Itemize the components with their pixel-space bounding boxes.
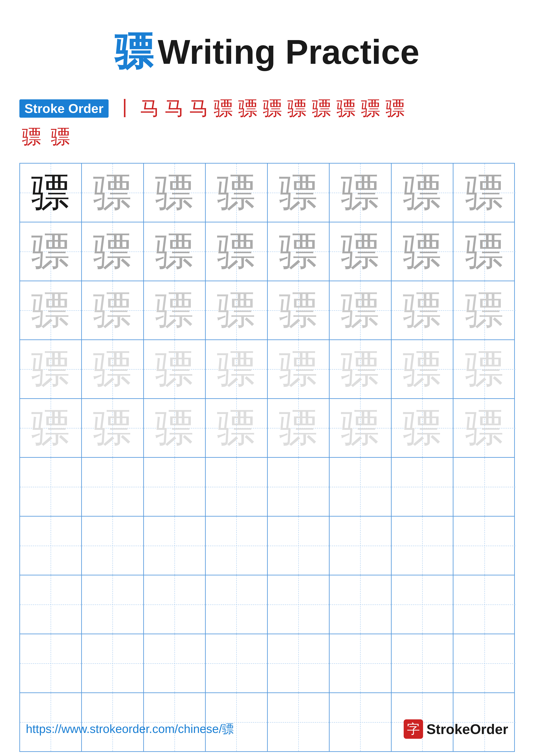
- grid-cell-7-5[interactable]: [268, 517, 330, 575]
- grid-cell-4-8[interactable]: 骠: [453, 340, 516, 398]
- grid-cell-8-8[interactable]: [453, 576, 516, 634]
- grid-cell-2-5[interactable]: 骠: [268, 222, 330, 281]
- char-vlight: 骠: [31, 350, 70, 389]
- grid-cell-9-8[interactable]: [453, 634, 516, 692]
- grid-cell-9-4[interactable]: [206, 634, 268, 692]
- grid-cell-7-8[interactable]: [453, 517, 516, 575]
- grid-cell-1-8[interactable]: 骠: [453, 164, 516, 222]
- grid-cell-7-6[interactable]: [330, 517, 392, 575]
- grid-cell-8-5[interactable]: [268, 576, 330, 634]
- grid-cell-1-1[interactable]: 骠: [20, 164, 82, 222]
- grid-cell-3-8[interactable]: 骠: [453, 281, 516, 339]
- grid-cell-4-7[interactable]: 骠: [392, 340, 454, 398]
- grid-cell-1-4[interactable]: 骠: [206, 164, 268, 222]
- grid-cell-8-1[interactable]: [20, 576, 82, 634]
- char-vlight: 骠: [279, 350, 318, 389]
- grid-cell-4-2[interactable]: 骠: [82, 340, 144, 398]
- grid-cell-8-2[interactable]: [82, 576, 144, 634]
- grid-cell-1-3[interactable]: 骠: [144, 164, 206, 222]
- grid-cell-4-5[interactable]: 骠: [268, 340, 330, 398]
- grid-cell-2-8[interactable]: 骠: [453, 222, 516, 281]
- stroke-14: 骠: [51, 124, 70, 150]
- grid-cell-9-2[interactable]: [82, 634, 144, 692]
- stroke-9: 骠: [312, 95, 331, 122]
- grid-cell-1-6[interactable]: 骠: [330, 164, 392, 222]
- grid-cell-5-2[interactable]: 骠: [82, 399, 144, 457]
- char-vlight: 骠: [341, 409, 380, 447]
- footer: https://www.strokeorder.com/chinese/骠 字 …: [0, 719, 534, 739]
- strokeorder-logo-icon: 字: [404, 719, 423, 739]
- char-vlight: 骠: [31, 409, 70, 447]
- grid-cell-6-4[interactable]: [206, 458, 268, 516]
- grid-cell-6-3[interactable]: [144, 458, 206, 516]
- char-med: 骠: [279, 173, 318, 212]
- page: 骠 Writing Practice Stroke Order 丨 马 马 马 …: [0, 0, 534, 756]
- grid-cell-2-2[interactable]: 骠: [82, 222, 144, 281]
- grid-cell-7-4[interactable]: [206, 517, 268, 575]
- char-med: 骠: [217, 173, 256, 212]
- stroke-10: 骠: [337, 95, 356, 122]
- char-light: 骠: [403, 291, 442, 330]
- grid-cell-3-5[interactable]: 骠: [268, 281, 330, 339]
- grid-cell-6-1[interactable]: [20, 458, 82, 516]
- stroke-13: 骠: [22, 124, 41, 150]
- grid-cell-1-2[interactable]: 骠: [82, 164, 144, 222]
- practice-grid: 骠 骠 骠 骠 骠 骠 骠 骠: [19, 163, 515, 752]
- grid-cell-8-7[interactable]: [392, 576, 454, 634]
- grid-cell-3-2[interactable]: 骠: [82, 281, 144, 339]
- grid-cell-4-6[interactable]: 骠: [330, 340, 392, 398]
- grid-cell-5-5[interactable]: 骠: [268, 399, 330, 457]
- grid-cell-1-5[interactable]: 骠: [268, 164, 330, 222]
- grid-cell-5-1[interactable]: 骠: [20, 399, 82, 457]
- grid-cell-4-3[interactable]: 骠: [144, 340, 206, 398]
- footer-logo: 字 StrokeOrder: [404, 719, 508, 739]
- grid-cell-2-1[interactable]: 骠: [20, 222, 82, 281]
- grid-cell-6-8[interactable]: [453, 458, 516, 516]
- grid-cell-7-7[interactable]: [392, 517, 454, 575]
- grid-cell-9-3[interactable]: [144, 634, 206, 692]
- footer-url[interactable]: https://www.strokeorder.com/chinese/骠: [26, 721, 234, 737]
- grid-cell-6-7[interactable]: [392, 458, 454, 516]
- grid-cell-3-3[interactable]: 骠: [144, 281, 206, 339]
- grid-cell-4-4[interactable]: 骠: [206, 340, 268, 398]
- grid-cell-7-3[interactable]: [144, 517, 206, 575]
- grid-cell-5-6[interactable]: 骠: [330, 399, 392, 457]
- stroke-6: 骠: [238, 95, 258, 122]
- char-light: 骠: [279, 291, 318, 330]
- grid-cell-2-4[interactable]: 骠: [206, 222, 268, 281]
- grid-cell-5-8[interactable]: 骠: [453, 399, 516, 457]
- grid-cell-7-1[interactable]: [20, 517, 82, 575]
- grid-cell-5-4[interactable]: 骠: [206, 399, 268, 457]
- title-section: 骠 Writing Practice: [114, 26, 420, 78]
- grid-cell-9-5[interactable]: [268, 634, 330, 692]
- stroke-7: 骠: [263, 95, 282, 122]
- grid-cell-3-4[interactable]: 骠: [206, 281, 268, 339]
- char-med: 骠: [403, 232, 442, 271]
- grid-cell-9-7[interactable]: [392, 634, 454, 692]
- stroke-3: 马: [165, 95, 184, 122]
- char-vlight: 骠: [217, 409, 256, 447]
- grid-cell-2-7[interactable]: 骠: [392, 222, 454, 281]
- grid-cell-1-7[interactable]: 骠: [392, 164, 454, 222]
- char-med: 骠: [217, 232, 256, 271]
- grid-cell-8-4[interactable]: [206, 576, 268, 634]
- grid-cell-9-1[interactable]: [20, 634, 82, 692]
- stroke-4: 马: [189, 95, 209, 122]
- grid-cell-2-6[interactable]: 骠: [330, 222, 392, 281]
- grid-cell-8-6[interactable]: [330, 576, 392, 634]
- char-med: 骠: [465, 232, 504, 271]
- stroke-order-section: Stroke Order 丨 马 马 马 骠 骠 骠 骠 骠 骠 骠 骠 骠 骠: [19, 95, 515, 150]
- grid-cell-5-7[interactable]: 骠: [392, 399, 454, 457]
- grid-cell-9-6[interactable]: [330, 634, 392, 692]
- grid-cell-3-6[interactable]: 骠: [330, 281, 392, 339]
- grid-cell-2-3[interactable]: 骠: [144, 222, 206, 281]
- grid-cell-6-5[interactable]: [268, 458, 330, 516]
- grid-cell-7-2[interactable]: [82, 517, 144, 575]
- grid-cell-6-2[interactable]: [82, 458, 144, 516]
- grid-cell-5-3[interactable]: 骠: [144, 399, 206, 457]
- grid-cell-8-3[interactable]: [144, 576, 206, 634]
- grid-cell-4-1[interactable]: 骠: [20, 340, 82, 398]
- grid-cell-6-6[interactable]: [330, 458, 392, 516]
- grid-cell-3-1[interactable]: 骠: [20, 281, 82, 339]
- grid-cell-3-7[interactable]: 骠: [392, 281, 454, 339]
